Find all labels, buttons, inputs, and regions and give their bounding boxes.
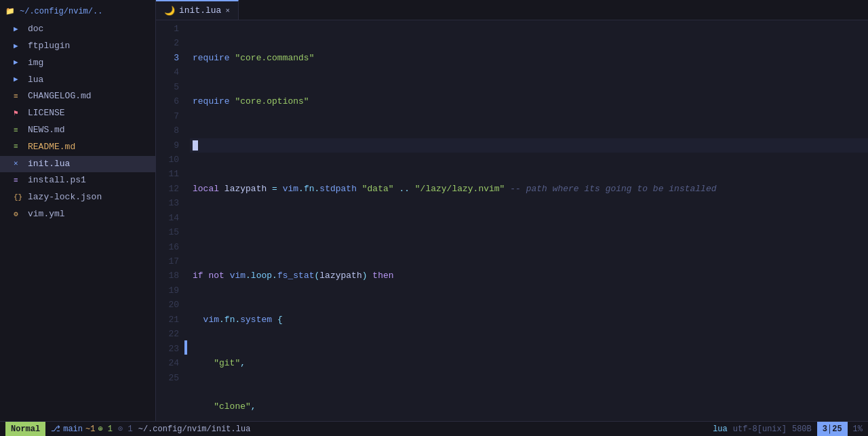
sidebar-item-label: README.md [28, 140, 75, 155]
status-scroll-percent: 1% [853, 424, 863, 434]
line-number: 8 [156, 123, 179, 138]
file-icon: ≡ [14, 91, 24, 103]
code-line-6: if not vim.loop.fs_stat(lazypath) then [190, 269, 868, 283]
branch-name: main [63, 424, 83, 434]
line-number: 2 [156, 36, 179, 50]
sidebar-item-news-md[interactable]: ≡ NEWS.md [0, 122, 155, 139]
sidebar-item-label: ftplugin [28, 39, 70, 54]
line-number: 1 [156, 22, 179, 36]
sidebar-item-readme-md[interactable]: ≡ README.md [0, 139, 155, 156]
changes-count: ~1 [85, 424, 95, 434]
sidebar-item-ftplugin[interactable]: ▶ ftplugin [0, 38, 155, 55]
sidebar-item-label: init.lua [28, 157, 70, 172]
tab-close-button[interactable]: × [225, 7, 230, 15]
sidebar-item-lazy-lock-json[interactable]: {} lazy-lock.json [0, 189, 155, 206]
branch-icon: ⎇ [51, 424, 60, 434]
status-position: 3│25 [817, 422, 848, 437]
file-icon: ≡ [14, 125, 24, 137]
editor-container: 🌙 init.lua × 1 2 3 4 5 6 7 8 9 10 11 12 … [156, 0, 868, 421]
code-line-7: vim.fn.system { [190, 313, 868, 327]
sidebar-item-label: vim.yml [28, 207, 65, 222]
file-icon: ✕ [14, 158, 24, 170]
sidebar: 📁 ~/.config/nvim/.. ▶ doc ▶ ftplugin ▶ i… [0, 0, 156, 421]
code-line-1: require "core.commands" [190, 51, 868, 65]
line-number: 20 [156, 298, 179, 312]
sidebar-item-label: img [28, 56, 43, 71]
file-icon: ≡ [14, 141, 24, 153]
sidebar-item-label: LICENSE [28, 106, 65, 121]
line-number: 10 [156, 153, 179, 167]
status-bar-left: Normal ⎇ main ~1 ⊕ 1 ⊙ 1 ~/.config/nvim/… [5, 422, 250, 437]
code-area[interactable]: require "core.commands" require "core.op… [187, 20, 868, 421]
line-number: 25 [156, 371, 179, 385]
line-number: 14 [156, 211, 179, 225]
line-number: 6 [156, 94, 179, 108]
line-number: 9 [156, 138, 179, 153]
sidebar-item-label: doc [28, 22, 43, 37]
file-icon: ≡ [14, 175, 24, 187]
line-numbers: 1 2 3 4 5 6 7 8 9 10 11 12 13 14 15 16 1… [156, 20, 184, 421]
line-number: 13 [156, 196, 179, 210]
line-number: 15 [156, 225, 179, 239]
code-line-8: "git", [190, 356, 868, 370]
line-number-active: 3 [156, 51, 179, 65]
editor-content: 1 2 3 4 5 6 7 8 9 10 11 12 13 14 15 16 1… [156, 20, 868, 421]
line-number: 24 [156, 356, 179, 370]
status-bar: Normal ⎇ main ~1 ⊕ 1 ⊙ 1 ~/.config/nvim/… [0, 421, 868, 436]
line-number: 22 [156, 327, 179, 341]
status-encoding: utf-8[unix] [733, 424, 787, 434]
sidebar-item-label: CHANGELOG.md [28, 90, 92, 104]
main-container: 📁 ~/.config/nvim/.. ▶ doc ▶ ftplugin ▶ i… [0, 0, 868, 421]
sidebar-root-label: ~/.config/nvim/.. [20, 5, 102, 18]
folder-icon: 📁 [5, 6, 16, 18]
line-number: 4 [156, 65, 179, 79]
sidebar-item-label: NEWS.md [28, 123, 65, 138]
sidebar-item-img[interactable]: ▶ img [0, 55, 155, 72]
line-number: 17 [156, 254, 179, 269]
line-number: 7 [156, 109, 179, 123]
line-number: 5 [156, 80, 179, 94]
code-line-5 [190, 225, 868, 239]
line-number: 11 [156, 167, 179, 181]
tab-init-lua[interactable]: 🌙 init.lua × [156, 0, 239, 20]
status-mode: Normal [5, 422, 45, 437]
folder-icon: ▶ [14, 24, 24, 36]
sidebar-item-vim-yml[interactable]: ⚙ vim.yml [0, 206, 155, 223]
sidebar-item-label: lua [28, 73, 43, 87]
status-filetype: lua [713, 424, 728, 434]
line-number: 19 [156, 283, 179, 298]
line-number: 12 [156, 182, 179, 196]
code-line-4: local lazypath = vim.fn.stdpath "data" .… [190, 182, 868, 196]
sidebar-item-changelog[interactable]: ≡ CHANGELOG.md [0, 88, 155, 105]
sidebar-item-init-lua[interactable]: ✕ init.lua [0, 156, 155, 173]
sidebar-item-doc[interactable]: ▶ doc [0, 21, 155, 38]
sidebar-item-license[interactable]: ⚑ LICENSE [0, 105, 155, 122]
line-number: 16 [156, 240, 179, 254]
code-line-3 [190, 138, 868, 153]
file-icon: ⚑ [14, 108, 24, 120]
folder-icon: ▶ [14, 74, 24, 86]
status-lsp: ⊙ 1 [118, 424, 133, 434]
line-number: 21 [156, 313, 179, 327]
folder-icon: ▶ [14, 41, 24, 53]
file-icon: {} [14, 192, 24, 204]
status-bar-right: lua utf-8[unix] 580B 3│25 1% [713, 422, 863, 437]
folder-icon: ▶ [14, 57, 24, 69]
sidebar-root[interactable]: 📁 ~/.config/nvim/.. [0, 3, 155, 21]
sidebar-item-label: lazy-lock.json [28, 191, 102, 205]
line-number: 18 [156, 269, 179, 283]
status-filepath: ~/.config/nvim/init.lua [138, 424, 251, 434]
tab-bar: 🌙 init.lua × [156, 0, 868, 20]
sidebar-item-lua[interactable]: ▶ lua [0, 72, 155, 89]
sidebar-item-install-ps1[interactable]: ≡ install.ps1 [0, 172, 155, 189]
status-branch: ⎇ main ~1 ⊕ 1 [51, 424, 113, 434]
file-icon: ⚙ [14, 209, 24, 221]
line-number: 23 [156, 342, 179, 356]
sidebar-item-label: install.ps1 [28, 174, 86, 188]
code-line-2: require "core.options" [190, 94, 868, 108]
plus-count: ⊕ 1 [98, 424, 113, 434]
tab-filename: init.lua [179, 5, 221, 16]
tab-file-icon: 🌙 [164, 5, 175, 16]
status-filesize: 580B [792, 424, 812, 434]
code-line-9: "clone", [190, 399, 868, 414]
